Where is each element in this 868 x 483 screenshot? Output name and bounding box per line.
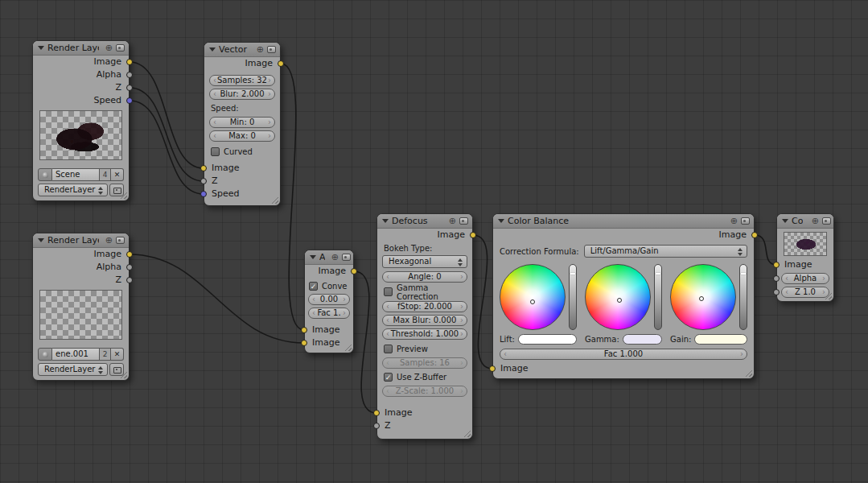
lift-color-swatch[interactable] — [518, 334, 577, 345]
node-vector-blur[interactable]: Vector Blu ⊕ Image Samples: 32 Blur: 2.0… — [204, 42, 281, 206]
output-socket-image[interactable] — [126, 59, 133, 65]
scene-browse-icon[interactable] — [38, 348, 52, 361]
image-icon[interactable] — [116, 44, 125, 52]
node-editor-canvas[interactable]: Render Laye ⊕ Image Alpha Z Speed Scene … — [0, 0, 868, 483]
node-composite[interactable]: Co ⊕ Image Alpha Z 1.0 — [776, 213, 834, 302]
lift-value-slider[interactable] — [569, 264, 577, 330]
collapse-icon[interactable] — [310, 255, 316, 259]
input-socket-alpha[interactable] — [773, 275, 780, 282]
users-count[interactable]: 2 — [100, 348, 111, 361]
input-socket-image-2[interactable] — [301, 340, 307, 346]
input-socket-image[interactable] — [489, 365, 496, 372]
output-socket-z[interactable] — [126, 85, 133, 91]
collapse-icon[interactable] — [38, 238, 44, 242]
checkbox-unchecked[interactable] — [211, 147, 220, 156]
node-color-balance[interactable]: Color Balance ⊕ Image Correction Formula… — [492, 213, 755, 379]
output-socket-alpha[interactable] — [126, 72, 133, 78]
plus-circle-icon[interactable]: ⊕ — [105, 236, 113, 245]
input-socket-speed[interactable] — [200, 191, 207, 197]
gain-value-slider[interactable] — [739, 264, 747, 330]
premul-field[interactable]: 0.00 — [308, 294, 350, 305]
output-socket-image[interactable] — [470, 232, 476, 238]
collapse-icon[interactable] — [38, 46, 44, 50]
camera-icon[interactable] — [109, 184, 124, 196]
samples-field[interactable]: Samples: 32 — [209, 75, 275, 86]
fstop-field[interactable]: fStop: 20.000 — [382, 301, 467, 312]
scene-name-field[interactable]: ene.001 — [52, 348, 100, 361]
checkbox-checked[interactable]: ✓ — [384, 373, 393, 382]
gamma-color-swatch[interactable] — [623, 334, 662, 345]
checkbox-unchecked[interactable] — [384, 287, 393, 296]
max-blur-field[interactable]: Max Blur: 0.000 — [382, 315, 467, 326]
gamma-value-slider[interactable] — [654, 264, 662, 330]
node-header[interactable]: Color Balance ⊕ — [493, 214, 754, 229]
output-socket-alpha[interactable] — [126, 264, 133, 270]
max-field[interactable]: Max: 0 — [209, 130, 275, 142]
input-socket-z[interactable] — [200, 178, 207, 184]
correction-formula-menu[interactable]: Lift/Gamma/Gain — [584, 245, 747, 258]
bokeh-type-menu[interactable]: Hexagonal — [382, 255, 467, 268]
node-defocus[interactable]: Defocus ⊕ Image Bokeh Type: Hexagonal An… — [376, 213, 473, 440]
collapse-icon[interactable] — [498, 219, 504, 223]
close-icon[interactable]: ✕ — [111, 168, 124, 181]
plus-circle-icon[interactable]: ⊕ — [812, 217, 819, 225]
alpha-field[interactable]: Alpha — [781, 273, 829, 284]
input-socket-image[interactable] — [200, 165, 207, 171]
z-field[interactable]: Z 1.0 — [781, 287, 829, 298]
close-icon[interactable]: ✕ — [111, 348, 124, 361]
render-layer-menu[interactable]: RenderLayer — [38, 363, 108, 376]
node-header[interactable]: Alp ⊕ — [305, 250, 353, 265]
render-layer-menu[interactable]: RenderLayer — [38, 184, 108, 196]
output-socket-speed[interactable] — [126, 97, 133, 104]
plus-circle-icon[interactable]: ⊕ — [331, 253, 339, 262]
collapse-icon[interactable] — [382, 219, 389, 223]
plus-circle-icon[interactable]: ⊕ — [257, 45, 264, 54]
output-socket-z[interactable] — [126, 277, 133, 283]
collapse-icon[interactable] — [209, 47, 216, 52]
image-icon[interactable] — [267, 46, 276, 53]
plus-circle-icon[interactable]: ⊕ — [730, 217, 738, 225]
checkbox-unchecked[interactable] — [384, 345, 393, 353]
scene-name-field[interactable]: Scene — [52, 168, 100, 181]
node-header[interactable]: Defocus ⊕ — [377, 214, 472, 229]
output-socket-image[interactable] — [351, 268, 357, 275]
output-socket-image[interactable] — [751, 232, 758, 238]
fac-field[interactable]: Fac 1. — [308, 308, 350, 319]
input-socket-image[interactable] — [773, 262, 780, 268]
image-icon[interactable] — [342, 254, 351, 261]
image-icon[interactable] — [822, 217, 831, 225]
plus-circle-icon[interactable]: ⊕ — [449, 217, 456, 225]
image-icon[interactable] — [116, 237, 125, 244]
gain-color-swatch[interactable] — [694, 334, 747, 345]
wheel-cursor[interactable] — [530, 299, 535, 304]
camera-icon[interactable] — [109, 363, 124, 376]
node-render-layers-1[interactable]: Render Laye ⊕ Image Alpha Z Speed Scene … — [32, 40, 130, 201]
node-header[interactable]: Render Laye ⊕ — [33, 41, 129, 56]
node-render-layers-2[interactable]: Render Laye ⊕ Image Alpha Z ene.001 2 ✕ — [32, 233, 130, 381]
node-header[interactable]: Render Laye ⊕ — [33, 233, 129, 248]
checkbox-checked[interactable]: ✓ — [309, 282, 318, 291]
users-count[interactable]: 4 — [100, 168, 111, 181]
threshold-field[interactable]: Threshold: 1.000 — [382, 328, 467, 340]
scene-browse-icon[interactable] — [38, 168, 52, 181]
node-header[interactable]: Vector Blu ⊕ — [204, 43, 280, 57]
image-icon[interactable] — [459, 217, 468, 225]
lift-color-wheel[interactable] — [500, 264, 566, 330]
collapse-icon[interactable] — [782, 219, 788, 223]
wheel-cursor[interactable] — [617, 298, 622, 303]
gamma-color-wheel[interactable] — [585, 264, 651, 330]
wheel-cursor[interactable] — [699, 296, 704, 301]
input-socket-z[interactable] — [773, 289, 780, 295]
input-socket-image-1[interactable] — [301, 327, 307, 333]
angle-field[interactable]: Angle: 0 — [382, 271, 467, 283]
plus-circle-icon[interactable]: ⊕ — [105, 43, 113, 52]
input-socket-image[interactable] — [373, 410, 380, 416]
node-alpha-over[interactable]: Alp ⊕ Image ✓ Conve 0.00 Fac 1. Image Im… — [304, 250, 354, 353]
output-socket-image[interactable] — [126, 251, 133, 258]
image-icon[interactable] — [741, 217, 750, 225]
gain-color-wheel[interactable] — [670, 264, 736, 330]
output-socket-image[interactable] — [278, 60, 284, 67]
fac-slider[interactable]: Fac 1.000 — [500, 349, 747, 360]
min-field[interactable]: Min: 0 — [209, 117, 275, 128]
node-header[interactable]: Co ⊕ — [777, 214, 833, 229]
